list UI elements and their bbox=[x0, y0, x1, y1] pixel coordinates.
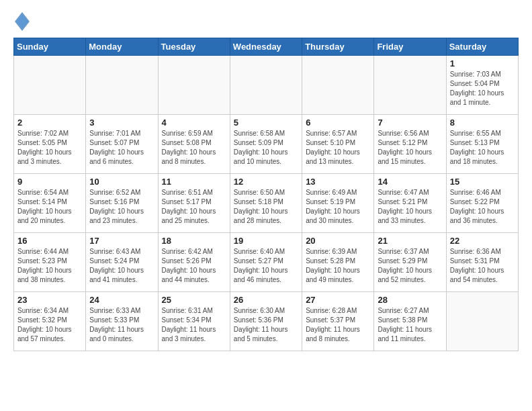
day-info: Sunrise: 6:44 AM Sunset: 5:23 PM Dayligh… bbox=[17, 247, 82, 285]
svg-marker-1 bbox=[16, 15, 28, 28]
day-info: Sunrise: 6:39 AM Sunset: 5:28 PM Dayligh… bbox=[306, 247, 370, 285]
day-info: Sunrise: 6:31 AM Sunset: 5:34 PM Dayligh… bbox=[162, 306, 226, 344]
day-info: Sunrise: 6:52 AM Sunset: 5:16 PM Dayligh… bbox=[89, 188, 154, 226]
day-number: 5 bbox=[234, 118, 298, 128]
calendar-cell: 12Sunrise: 6:50 AM Sunset: 5:18 PM Dayli… bbox=[230, 174, 302, 233]
weekday-sunday: Sunday bbox=[14, 38, 86, 56]
day-number: 8 bbox=[450, 118, 515, 128]
calendar-cell: 19Sunrise: 6:40 AM Sunset: 5:27 PM Dayli… bbox=[230, 233, 302, 292]
calendar-cell: 17Sunrise: 6:43 AM Sunset: 5:24 PM Dayli… bbox=[86, 233, 158, 292]
weekday-tuesday: Tuesday bbox=[158, 38, 230, 56]
calendar-cell: 21Sunrise: 6:37 AM Sunset: 5:29 PM Dayli… bbox=[374, 233, 446, 292]
day-info: Sunrise: 6:49 AM Sunset: 5:19 PM Dayligh… bbox=[306, 188, 370, 226]
calendar-cell: 25Sunrise: 6:31 AM Sunset: 5:34 PM Dayli… bbox=[158, 292, 230, 351]
day-info: Sunrise: 6:28 AM Sunset: 5:37 PM Dayligh… bbox=[306, 306, 370, 344]
day-info: Sunrise: 6:57 AM Sunset: 5:10 PM Dayligh… bbox=[306, 129, 370, 167]
calendar-cell bbox=[446, 292, 518, 351]
week-row-3: 16Sunrise: 6:44 AM Sunset: 5:23 PM Dayli… bbox=[14, 233, 519, 292]
weekday-thursday: Thursday bbox=[302, 38, 374, 56]
page: SundayMondayTuesdayWednesdayThursdayFrid… bbox=[0, 0, 532, 361]
weekday-header-row: SundayMondayTuesdayWednesdayThursdayFrid… bbox=[14, 38, 519, 56]
day-number: 13 bbox=[306, 177, 370, 187]
day-info: Sunrise: 6:42 AM Sunset: 5:26 PM Dayligh… bbox=[162, 247, 226, 285]
calendar-cell: 3Sunrise: 7:01 AM Sunset: 5:07 PM Daylig… bbox=[86, 115, 158, 174]
day-number: 20 bbox=[306, 236, 370, 246]
calendar-cell: 10Sunrise: 6:52 AM Sunset: 5:16 PM Dayli… bbox=[86, 174, 158, 233]
day-number: 17 bbox=[89, 236, 154, 246]
day-number: 22 bbox=[450, 236, 515, 246]
day-number: 27 bbox=[306, 295, 370, 305]
day-number: 19 bbox=[234, 236, 298, 246]
day-info: Sunrise: 6:34 AM Sunset: 5:32 PM Dayligh… bbox=[17, 306, 82, 344]
day-info: Sunrise: 6:43 AM Sunset: 5:24 PM Dayligh… bbox=[89, 247, 154, 285]
calendar-cell bbox=[230, 56, 302, 115]
day-info: Sunrise: 6:27 AM Sunset: 5:38 PM Dayligh… bbox=[378, 306, 442, 344]
calendar-cell bbox=[302, 56, 374, 115]
day-info: Sunrise: 6:59 AM Sunset: 5:08 PM Dayligh… bbox=[162, 129, 226, 167]
day-number: 24 bbox=[89, 295, 154, 305]
day-info: Sunrise: 6:30 AM Sunset: 5:36 PM Dayligh… bbox=[234, 306, 298, 344]
day-info: Sunrise: 6:46 AM Sunset: 5:22 PM Dayligh… bbox=[450, 188, 515, 226]
day-number: 10 bbox=[89, 177, 154, 187]
day-info: Sunrise: 6:33 AM Sunset: 5:33 PM Dayligh… bbox=[89, 306, 154, 344]
calendar-cell: 15Sunrise: 6:46 AM Sunset: 5:22 PM Dayli… bbox=[446, 174, 518, 233]
week-row-0: 1Sunrise: 7:03 AM Sunset: 5:04 PM Daylig… bbox=[14, 56, 519, 115]
calendar-cell: 14Sunrise: 6:47 AM Sunset: 5:21 PM Dayli… bbox=[374, 174, 446, 233]
calendar-cell: 9Sunrise: 6:54 AM Sunset: 5:14 PM Daylig… bbox=[14, 174, 86, 233]
day-info: Sunrise: 6:47 AM Sunset: 5:21 PM Dayligh… bbox=[378, 188, 442, 226]
day-info: Sunrise: 7:01 AM Sunset: 5:07 PM Dayligh… bbox=[89, 129, 154, 167]
calendar-cell: 13Sunrise: 6:49 AM Sunset: 5:19 PM Dayli… bbox=[302, 174, 374, 233]
day-number: 15 bbox=[450, 177, 515, 187]
calendar-cell: 24Sunrise: 6:33 AM Sunset: 5:33 PM Dayli… bbox=[86, 292, 158, 351]
calendar-cell: 7Sunrise: 6:56 AM Sunset: 5:12 PM Daylig… bbox=[374, 115, 446, 174]
weekday-monday: Monday bbox=[86, 38, 158, 56]
day-number: 23 bbox=[17, 295, 82, 305]
day-info: Sunrise: 6:58 AM Sunset: 5:09 PM Dayligh… bbox=[234, 129, 298, 167]
week-row-4: 23Sunrise: 6:34 AM Sunset: 5:32 PM Dayli… bbox=[14, 292, 519, 351]
calendar-cell bbox=[86, 56, 158, 115]
calendar-cell: 28Sunrise: 6:27 AM Sunset: 5:38 PM Dayli… bbox=[374, 292, 446, 351]
logo-icon bbox=[15, 12, 30, 31]
day-number: 25 bbox=[162, 295, 226, 305]
calendar-cell: 1Sunrise: 7:03 AM Sunset: 5:04 PM Daylig… bbox=[446, 56, 518, 115]
day-number: 6 bbox=[306, 118, 370, 128]
calendar-cell: 22Sunrise: 6:36 AM Sunset: 5:31 PM Dayli… bbox=[446, 233, 518, 292]
day-number: 12 bbox=[234, 177, 298, 187]
header bbox=[13, 12, 519, 31]
calendar-cell: 16Sunrise: 6:44 AM Sunset: 5:23 PM Dayli… bbox=[14, 233, 86, 292]
week-row-2: 9Sunrise: 6:54 AM Sunset: 5:14 PM Daylig… bbox=[14, 174, 519, 233]
calendar-cell: 6Sunrise: 6:57 AM Sunset: 5:10 PM Daylig… bbox=[302, 115, 374, 174]
day-number: 1 bbox=[450, 58, 515, 68]
day-info: Sunrise: 6:37 AM Sunset: 5:29 PM Dayligh… bbox=[378, 247, 442, 285]
calendar-cell: 4Sunrise: 6:59 AM Sunset: 5:08 PM Daylig… bbox=[158, 115, 230, 174]
day-number: 26 bbox=[234, 295, 298, 305]
calendar-cell bbox=[374, 56, 446, 115]
calendar-table: SundayMondayTuesdayWednesdayThursdayFrid… bbox=[13, 38, 519, 351]
day-number: 11 bbox=[162, 177, 226, 187]
weekday-saturday: Saturday bbox=[446, 38, 518, 56]
calendar-cell: 18Sunrise: 6:42 AM Sunset: 5:26 PM Dayli… bbox=[158, 233, 230, 292]
calendar-cell: 5Sunrise: 6:58 AM Sunset: 5:09 PM Daylig… bbox=[230, 115, 302, 174]
calendar-cell bbox=[14, 56, 86, 115]
day-number: 4 bbox=[162, 118, 226, 128]
day-info: Sunrise: 6:40 AM Sunset: 5:27 PM Dayligh… bbox=[234, 247, 298, 285]
calendar-cell: 27Sunrise: 6:28 AM Sunset: 5:37 PM Dayli… bbox=[302, 292, 374, 351]
day-info: Sunrise: 6:56 AM Sunset: 5:12 PM Dayligh… bbox=[378, 129, 442, 167]
day-info: Sunrise: 6:36 AM Sunset: 5:31 PM Dayligh… bbox=[450, 247, 515, 285]
day-number: 14 bbox=[378, 177, 442, 187]
calendar-cell bbox=[158, 56, 230, 115]
day-info: Sunrise: 6:55 AM Sunset: 5:13 PM Dayligh… bbox=[450, 129, 515, 167]
weekday-wednesday: Wednesday bbox=[230, 38, 302, 56]
calendar-cell: 20Sunrise: 6:39 AM Sunset: 5:28 PM Dayli… bbox=[302, 233, 374, 292]
day-number: 18 bbox=[162, 236, 226, 246]
calendar-cell: 2Sunrise: 7:02 AM Sunset: 5:05 PM Daylig… bbox=[14, 115, 86, 174]
weekday-friday: Friday bbox=[374, 38, 446, 56]
day-number: 28 bbox=[378, 295, 442, 305]
day-info: Sunrise: 6:54 AM Sunset: 5:14 PM Dayligh… bbox=[17, 188, 82, 226]
day-info: Sunrise: 6:51 AM Sunset: 5:17 PM Dayligh… bbox=[162, 188, 226, 226]
calendar-cell: 26Sunrise: 6:30 AM Sunset: 5:36 PM Dayli… bbox=[230, 292, 302, 351]
day-number: 7 bbox=[378, 118, 442, 128]
day-number: 9 bbox=[17, 177, 82, 187]
week-row-1: 2Sunrise: 7:02 AM Sunset: 5:05 PM Daylig… bbox=[14, 115, 519, 174]
day-number: 2 bbox=[17, 118, 82, 128]
